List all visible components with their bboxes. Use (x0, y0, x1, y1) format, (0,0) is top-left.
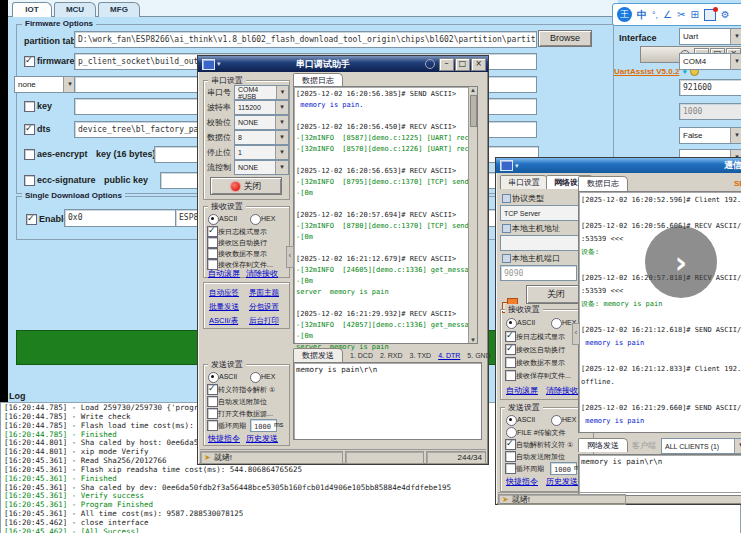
net-corner-link[interactable]: SD (734, 179, 741, 188)
net-escape-checkbox[interactable] (505, 439, 516, 450)
scroll-thumb[interactable] (470, 95, 477, 127)
minimize-button[interactable]: – (439, 58, 454, 71)
uart-shortcut-link[interactable]: 快捷指令 (208, 433, 240, 444)
uartassist-titlebar[interactable]: ▾ 串口调试助手 – □ × (198, 56, 488, 72)
collapse-panel-chevron[interactable]: ‹ (572, 323, 580, 345)
uart-cycle-checkbox[interactable] (207, 420, 218, 431)
uart-send-hex-radio[interactable] (250, 372, 261, 383)
uart-log-area[interactable]: [2025-12-02 16:20:56.385]# SEND ASCII> m… (293, 86, 478, 344)
dts-checkbox[interactable] (24, 124, 35, 135)
uart-append-label: 自动发送附加位 (218, 397, 267, 407)
databits-dropdown[interactable]: 8▾ (234, 130, 289, 145)
uart-autoscroll-link[interactable]: 自动滚屏 (208, 268, 240, 279)
ime-punct-icon[interactable]: °, (652, 10, 658, 20)
uart-cycle-input[interactable]: 1000 (250, 419, 277, 432)
pin-icon[interactable] (425, 59, 435, 69)
partition-table-input[interactable]: D:\work_fan\ESP8266\ai_think\v1.8_bl602_… (74, 31, 537, 48)
ime-lang-icon[interactable]: 中 (637, 8, 647, 22)
parity-dropdown[interactable]: NONE▾ (234, 115, 289, 130)
netassist-titlebar[interactable]: ▾ 通信调试助手 (496, 158, 741, 173)
chevron-down-icon: ▾ (730, 54, 741, 69)
aes-encrypt-checkbox[interactable] (24, 149, 35, 160)
net-serial-tab[interactable]: 串口设置 (500, 175, 548, 189)
net-shortcut-link[interactable]: 快捷指令 (506, 476, 538, 487)
stopbits-dropdown[interactable]: 1▾ (234, 145, 289, 160)
uart-send-hex-label: HEX (261, 373, 275, 380)
maximize-button[interactable]: □ (455, 58, 470, 71)
net-log-area[interactable]: [2025-12-02 16:20:52.596]# Client 192.16… (578, 191, 741, 433)
ime-pen-icon[interactable]: ∠ (663, 9, 672, 20)
net-recv-opt3-checkbox[interactable] (505, 370, 516, 381)
net-datalog-tab[interactable]: 数据日志 (578, 176, 628, 191)
firmware-checkbox[interactable] (24, 56, 35, 67)
erase-dropdown[interactable]: False▾ (679, 127, 741, 144)
com-dropdown[interactable]: COM4 #USB▾ (234, 85, 289, 100)
uart-recv-opt2-checkbox[interactable] (207, 248, 218, 259)
net-recv-hex-radio[interactable] (551, 318, 562, 329)
interface-dropdown[interactable]: Uart▾ (679, 28, 741, 45)
net-close-button[interactable]: 关闭 (526, 285, 586, 304)
ime-scissors-icon[interactable]: ✂ (677, 9, 685, 20)
ime-skin-icon[interactable] (704, 9, 716, 21)
scroll-up-icon[interactable]: ▲ (469, 87, 477, 93)
close-icon[interactable]: × (471, 58, 486, 71)
net-clear-link[interactable]: 清除接收 (546, 385, 578, 396)
uart-recv-hex-radio[interactable] (250, 214, 261, 225)
enable-checkbox[interactable] (26, 214, 37, 225)
client-dropdown[interactable]: ALL CLIENTS (1)▾ (661, 438, 741, 454)
net-cycle-checkbox[interactable] (505, 463, 516, 474)
uart-send-textarea[interactable]: memory is pain\r\n (293, 362, 482, 440)
browse-button[interactable]: Browse (538, 30, 592, 47)
ime-keyboard-icon[interactable]: ⊞ (690, 9, 698, 20)
tab-iot[interactable]: IOT (12, 2, 52, 17)
net-send-hex-radio[interactable] (551, 415, 562, 426)
net-send-textarea[interactable]: memory is pain\r\n (578, 454, 741, 496)
uart-escape-checkbox[interactable] (207, 384, 218, 395)
port-input[interactable]: 9090 (500, 265, 577, 281)
net-cycle-input[interactable]: 1000 (550, 462, 577, 475)
key-type-dropdown[interactable]: none▾ (14, 76, 77, 93)
net-history-link[interactable]: 历史发送 (546, 476, 578, 487)
ime-logo-icon[interactable]: 王 (617, 7, 632, 22)
chevron-down-icon[interactable]: ▾ (515, 162, 519, 170)
quick-links[interactable]: 自动应答界面主题批量发送分包设置ASCII/表后台打印 (209, 288, 285, 326)
interface-label: Interface (619, 33, 657, 43)
net-autoscroll-link[interactable]: 自动滚屏 (506, 385, 538, 396)
flowctrl-dropdown[interactable]: NONE▾ (234, 160, 289, 175)
uart-history-link[interactable]: 历史发送 (246, 433, 278, 444)
ecc-signature-checkbox[interactable] (24, 175, 35, 186)
com-port-dropdown[interactable]: COM4▾ (679, 53, 741, 70)
net-recv-opt2-checkbox[interactable] (505, 357, 516, 368)
address-input[interactable]: 0x0 (64, 209, 177, 227)
net-send-ascii-radio[interactable] (506, 415, 517, 426)
net-recv-ascii-radio[interactable] (506, 318, 517, 329)
uart-datalog-tab[interactable]: 数据日志 (293, 73, 343, 87)
tab-mfg[interactable]: MFG (98, 2, 140, 17)
serial-close-button[interactable]: 关闭 (210, 177, 282, 195)
net-recv-opt1-checkbox[interactable] (505, 344, 516, 355)
net-append-checkbox[interactable] (505, 451, 516, 462)
video-play-overlay[interactable]: › (645, 226, 717, 298)
uart-recv-opt1-checkbox[interactable] (207, 237, 218, 248)
uart-recv-opt0-checkbox[interactable] (207, 226, 218, 237)
uartassist-version-link[interactable]: UartAssist V5.0.2 (614, 67, 679, 76)
uart-recv-caption: 接收设置 (208, 201, 246, 212)
uart-filesrc-checkbox[interactable] (207, 408, 218, 419)
uart-append-checkbox[interactable] (207, 396, 218, 407)
uart-recv-ascii-radio[interactable] (208, 214, 219, 225)
net-file-radio[interactable] (506, 427, 517, 438)
ime-settings-icon[interactable]: ⚙ (721, 9, 730, 20)
uart-datasend-tab[interactable]: 数据发送 (293, 348, 343, 362)
collapse-panel-chevron[interactable]: ‹ (286, 246, 294, 268)
key-checkbox[interactable] (24, 101, 35, 112)
uart-send-ascii-radio[interactable] (208, 372, 219, 383)
tab-mcu[interactable]: MCU (54, 2, 96, 17)
baudrate-input[interactable]: 921600 (679, 79, 741, 96)
baud-dropdown[interactable]: 115200▾ (234, 100, 289, 115)
net-send-tab[interactable]: 网络发送 (578, 438, 628, 452)
uart-log-scrollbar[interactable]: ▲ ▼ (468, 87, 477, 343)
net-recv-opt0-checkbox[interactable] (505, 331, 516, 342)
scroll-down-icon[interactable]: ▼ (469, 337, 477, 343)
uart-pin-status-row: 1. DCD2. RXD3. TXD4. DTR5. GND (345, 349, 476, 361)
uart-clear-link[interactable]: 清除接收 (246, 268, 278, 279)
